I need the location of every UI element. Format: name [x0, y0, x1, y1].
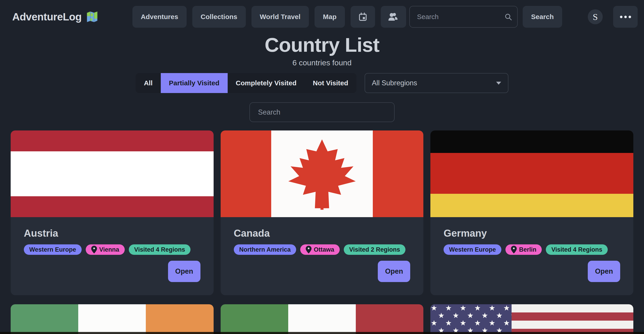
navbar: AdventureLog Adventures Collections Worl…: [0, 0, 644, 34]
country-name: Germany: [444, 228, 620, 239]
canada-flag: [221, 130, 424, 217]
germany-flag: [430, 130, 633, 217]
ellipsis-icon: [620, 16, 622, 18]
austria-flag: [11, 130, 214, 217]
open-country-button[interactable]: Open: [168, 261, 200, 282]
brand-logo[interactable]: AdventureLog: [12, 11, 98, 23]
tab-partially-visited[interactable]: Partially Visited: [161, 73, 228, 93]
subregion-badge: Northern America: [234, 244, 296, 255]
page-title: Country List: [0, 34, 644, 56]
navbar-search-button[interactable]: Search: [523, 6, 562, 28]
nav-adventures-button[interactable]: Adventures: [132, 6, 186, 28]
users-button[interactable]: [381, 6, 406, 28]
page-header: Country List 6 countries found: [0, 34, 644, 67]
navbar-search: [409, 6, 518, 28]
capital-badge: Berlin: [506, 244, 542, 255]
results-count: 6 countries found: [0, 58, 644, 67]
italy-flag: [221, 304, 424, 334]
search-icon: [504, 13, 512, 21]
subregion-badge: Western Europe: [24, 244, 82, 255]
tab-all[interactable]: All: [136, 73, 160, 93]
subregion-select[interactable]: All Subregions: [365, 73, 508, 93]
country-grid: Austria Western Europe Vienna Visited 4 …: [11, 130, 633, 334]
chevron-down-icon: [496, 82, 501, 85]
more-menu-button[interactable]: [613, 6, 638, 28]
usa-flag-canton: [430, 304, 512, 334]
nav-collections-button[interactable]: Collections: [192, 6, 246, 28]
usa-flag: [430, 304, 633, 334]
maple-leaf-icon: [284, 136, 360, 211]
open-country-button[interactable]: Open: [588, 261, 620, 282]
country-card-canada: Canada Northern America Ottawa Visited 2…: [221, 130, 424, 295]
subregion-select-value: All Subregions: [372, 79, 417, 87]
capital-badge: Vienna: [86, 244, 125, 255]
country-name: Canada: [234, 228, 410, 239]
map-pin-icon: [306, 246, 312, 253]
tab-completely-visited[interactable]: Completely Visited: [228, 73, 305, 93]
visited-regions-badge: Visited 2 Regions: [344, 244, 406, 255]
navbar-right: S: [588, 6, 638, 28]
capital-badge: Ottawa: [300, 244, 340, 255]
world-map-icon: [86, 11, 98, 23]
country-card-ireland: [11, 304, 214, 334]
nav-map-button[interactable]: Map: [314, 6, 345, 28]
calendar-button[interactable]: [350, 6, 375, 28]
country-card-austria: Austria Western Europe Vienna Visited 4 …: [11, 130, 214, 295]
ireland-flag: [11, 304, 214, 334]
country-name: Austria: [24, 228, 200, 239]
tab-not-visited[interactable]: Not Visited: [304, 73, 356, 93]
brand-title: AdventureLog: [12, 11, 82, 23]
map-pin-icon: [91, 246, 97, 253]
avatar[interactable]: S: [588, 9, 603, 24]
filter-bar: All Partially Visited Completely Visited…: [0, 73, 644, 93]
visited-regions-badge: Visited 4 Regions: [129, 244, 191, 255]
country-card-usa: [430, 304, 633, 334]
country-search-input[interactable]: [250, 102, 394, 122]
open-country-button[interactable]: Open: [378, 261, 410, 282]
visited-regions-badge: Visited 4 Regions: [546, 244, 608, 255]
country-search: [0, 102, 644, 122]
calendar-icon: [358, 12, 368, 22]
country-card-italy: [221, 304, 424, 334]
map-pin-icon: [511, 246, 517, 253]
subregion-badge: Western Europe: [444, 244, 501, 255]
nav-links: Adventures Collections World Travel Map: [132, 6, 406, 28]
navbar-search-input[interactable]: [409, 6, 518, 28]
country-card-germany: Germany Western Europe Berlin Visited 4 …: [430, 130, 633, 295]
users-icon: [388, 13, 399, 21]
visit-filter-tabs: All Partially Visited Completely Visited…: [136, 73, 356, 93]
horizontal-scrollbar[interactable]: [0, 332, 644, 334]
nav-world-travel-button[interactable]: World Travel: [252, 6, 309, 28]
